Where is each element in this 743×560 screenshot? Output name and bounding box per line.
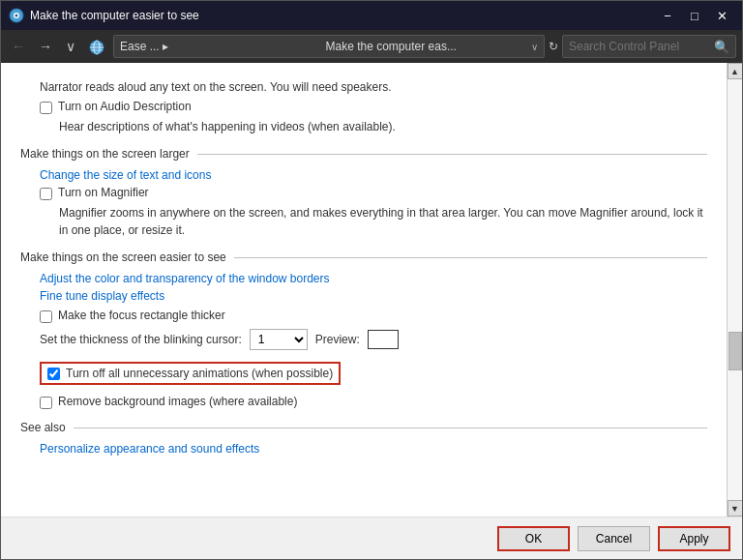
- content-area: Narrator reads aloud any text on the scr…: [1, 63, 727, 516]
- scroll-up-button[interactable]: ▲: [728, 63, 743, 79]
- background-images-label: Remove background images (where availabl…: [58, 395, 297, 408]
- section-larger-divider: Make things on the screen larger: [20, 147, 707, 161]
- change-size-link[interactable]: Change the size of text and icons: [40, 168, 211, 182]
- maximize-button[interactable]: □: [682, 5, 707, 26]
- section-seealso-divider: See also: [20, 421, 707, 434]
- divider-line-seealso: [74, 427, 707, 428]
- address-dropdown-icon: ∨: [531, 42, 538, 52]
- magnifier-desc: Magnifier zooms in anywhere on the scree…: [59, 204, 707, 239]
- dropdown-button[interactable]: ∨: [61, 37, 80, 56]
- divider-line-easier: [234, 257, 707, 258]
- audio-description-label: Turn on Audio Description: [58, 100, 192, 113]
- refresh-button[interactable]: ↻: [549, 40, 558, 53]
- window-title: Make the computer easier to see: [30, 9, 655, 22]
- title-bar: Make the computer easier to see − □ ✕: [1, 1, 742, 30]
- scroll-thumb[interactable]: [728, 332, 742, 370]
- magnifier-label: Turn on Magnifier: [58, 186, 149, 199]
- footer: OK Cancel Apply: [1, 516, 742, 559]
- magnifier-checkbox[interactable]: [40, 188, 52, 200]
- address-part2: Make the computer eas...: [326, 40, 526, 53]
- content-wrapper: Narrator reads aloud any text on the scr…: [1, 63, 742, 516]
- blinking-cursor-row: Set the thickness of the blinking cursor…: [40, 329, 707, 350]
- background-images-checkbox[interactable]: [40, 397, 52, 409]
- close-button[interactable]: ✕: [709, 5, 734, 26]
- divider-line-larger: [197, 154, 707, 155]
- svg-point-2: [15, 15, 18, 17]
- animations-row: Turn off all unnecessary animations (whe…: [40, 362, 341, 385]
- section-easier-title: Make things on the screen easier to see: [20, 251, 226, 264]
- animations-label: Turn off all unnecessary animations (whe…: [66, 367, 333, 380]
- fine-tune-link-container: Fine tune display effects: [40, 289, 707, 303]
- personalize-link[interactable]: Personalize appearance and sound effects: [40, 442, 259, 456]
- main-window: Make the computer easier to see − □ ✕ ← …: [0, 0, 743, 560]
- magnifier-row: Turn on Magnifier: [40, 186, 707, 200]
- focus-rectangle-checkbox[interactable]: [40, 310, 52, 323]
- audio-description-checkbox[interactable]: [40, 102, 52, 114]
- search-input[interactable]: [569, 40, 714, 53]
- audio-description-desc: Hear descriptions of what's happening in…: [59, 118, 707, 135]
- blinking-cursor-select[interactable]: 1 2 3 4 5: [250, 329, 308, 350]
- change-size-link-container: Change the size of text and icons: [40, 168, 707, 182]
- audio-description-row: Turn on Audio Description: [40, 100, 707, 114]
- focus-rectangle-label: Make the focus rectangle thicker: [58, 309, 225, 322]
- up-button[interactable]: [84, 36, 109, 56]
- scroll-down-button[interactable]: ▼: [728, 500, 743, 516]
- nav-bar: ← → ∨ Ease ... ▸ Make the computer eas..…: [1, 30, 742, 63]
- ok-button[interactable]: OK: [497, 526, 570, 551]
- window-controls: − □ ✕: [655, 5, 734, 26]
- scrollbar: ▲ ▼: [727, 63, 742, 516]
- animations-checkbox[interactable]: [47, 368, 60, 380]
- personalize-link-container: Personalize appearance and sound effects: [40, 442, 707, 456]
- fine-tune-link[interactable]: Fine tune display effects: [40, 289, 164, 303]
- narrator-description: Narrator reads aloud any text on the scr…: [40, 78, 707, 96]
- section-seealso-title: See also: [20, 421, 66, 434]
- preview-box: [368, 330, 399, 349]
- section-easier-divider: Make things on the screen easier to see: [20, 251, 707, 264]
- adjust-color-link-container: Adjust the color and transparency of the…: [40, 272, 707, 285]
- back-button[interactable]: ←: [7, 37, 30, 56]
- forward-button[interactable]: →: [34, 37, 57, 56]
- address-bar: Ease ... ▸ Make the computer eas... ∨: [113, 35, 545, 58]
- address-part1: Ease ... ▸: [120, 40, 320, 53]
- apply-button[interactable]: Apply: [658, 526, 730, 551]
- section-larger-title: Make things on the screen larger: [20, 147, 190, 161]
- background-images-row: Remove background images (where availabl…: [40, 395, 707, 409]
- minimize-button[interactable]: −: [655, 5, 680, 26]
- search-button[interactable]: 🔍: [714, 40, 729, 54]
- blinking-cursor-label: Set the thickness of the blinking cursor…: [40, 333, 242, 346]
- focus-rectangle-row: Make the focus rectangle thicker: [40, 309, 707, 323]
- scroll-track[interactable]: [728, 79, 742, 500]
- adjust-color-link[interactable]: Adjust the color and transparency of the…: [40, 272, 330, 285]
- window-icon: [9, 8, 24, 23]
- search-bar: 🔍: [562, 35, 736, 58]
- preview-label: Preview:: [315, 333, 360, 346]
- cancel-button[interactable]: Cancel: [578, 526, 650, 551]
